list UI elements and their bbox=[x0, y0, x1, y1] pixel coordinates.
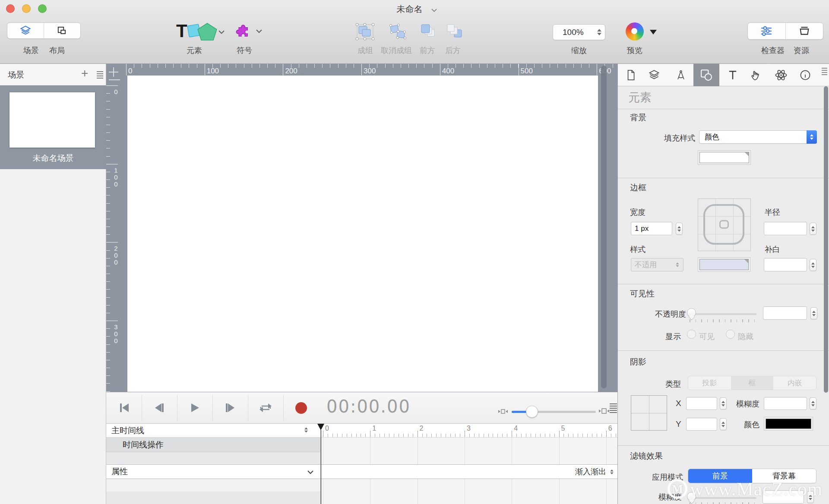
group-button[interactable] bbox=[355, 22, 375, 41]
border-color-well[interactable] bbox=[698, 257, 750, 272]
toolbar: 未命名 场景 布局 T 元素 bbox=[0, 0, 829, 64]
timeline-row-main[interactable]: 主时间线 bbox=[106, 424, 320, 438]
document-canvas[interactable] bbox=[127, 76, 598, 392]
jump-start-button[interactable] bbox=[106, 392, 142, 423]
shadow-y-input[interactable] bbox=[686, 418, 717, 431]
scene-thumbnail[interactable] bbox=[9, 92, 95, 148]
tab-document[interactable] bbox=[619, 64, 643, 86]
preview-dropdown-icon[interactable] bbox=[650, 30, 657, 35]
visible-radio[interactable] bbox=[687, 330, 696, 339]
border-style-label: 样式 bbox=[630, 244, 645, 255]
timeline-track-area[interactable]: 渐入渐出 bbox=[320, 438, 617, 504]
border-width-value: 1 px bbox=[635, 224, 649, 233]
time-display: 00:00.00 bbox=[326, 397, 411, 416]
inspector-toolbar-button[interactable] bbox=[748, 23, 785, 39]
scene-list-item[interactable]: 未命名场景 bbox=[0, 85, 106, 169]
send-back-label: 后方 bbox=[445, 45, 461, 56]
ungroup-button[interactable] bbox=[388, 22, 408, 41]
shadow-type-inset[interactable]: 内嵌 bbox=[773, 376, 816, 390]
opacity-slider[interactable] bbox=[688, 313, 756, 315]
send-back-button[interactable] bbox=[444, 22, 464, 41]
v-ruler-tick bbox=[106, 242, 118, 243]
elements-icon: T bbox=[176, 21, 219, 42]
shadow-offset-widget[interactable] bbox=[631, 395, 667, 431]
add-scene-button[interactable]: + bbox=[81, 66, 88, 80]
filter-blur-slider-thumb[interactable] bbox=[687, 492, 696, 501]
timeline-ruler-label: 6 bbox=[608, 425, 612, 432]
scene-tab-icon bbox=[648, 69, 661, 81]
timeline-zoom-out-icon[interactable] bbox=[498, 408, 508, 416]
shadow-blur-input[interactable] bbox=[764, 397, 807, 410]
step-back-button[interactable] bbox=[142, 392, 177, 423]
filter-mode-foreground[interactable]: 前景 bbox=[688, 469, 752, 483]
playhead-icon[interactable] bbox=[317, 424, 324, 430]
timeline-easing-row[interactable]: 渐入渐出 bbox=[320, 464, 617, 479]
tab-metrics[interactable] bbox=[669, 64, 693, 86]
tab-scene[interactable] bbox=[642, 64, 666, 86]
timeline-selector-stepper-icon[interactable] bbox=[304, 428, 308, 433]
padding-stepper[interactable] bbox=[810, 259, 816, 271]
border-width-stepper[interactable] bbox=[676, 223, 683, 235]
filter-blur-input[interactable] bbox=[763, 490, 804, 504]
easing-stepper-icon[interactable] bbox=[610, 469, 614, 474]
opacity-slider-thumb[interactable] bbox=[687, 308, 696, 317]
shadow-type-drop[interactable]: 投影 bbox=[688, 376, 731, 390]
filter-blur-stepper[interactable] bbox=[807, 491, 814, 503]
physics-atom-icon bbox=[775, 69, 788, 82]
title-chevron-icon[interactable] bbox=[427, 4, 433, 8]
shadow-x-input[interactable] bbox=[686, 397, 717, 410]
select-arrows-icon bbox=[807, 130, 817, 144]
loop-button[interactable] bbox=[248, 392, 283, 423]
tab-physics[interactable] bbox=[769, 64, 793, 86]
scenes-menu-icon[interactable] bbox=[97, 71, 103, 79]
shadow-color-well[interactable] bbox=[764, 417, 813, 431]
shadow-type-box[interactable]: 框 bbox=[731, 376, 774, 390]
border-sides-widget[interactable] bbox=[698, 198, 751, 251]
inspector-scrollbar[interactable] bbox=[824, 86, 828, 393]
step-forward-button[interactable] bbox=[212, 392, 248, 423]
timeline-ruler[interactable]: 0123456 bbox=[320, 424, 617, 438]
resources-toolbar-button[interactable] bbox=[786, 23, 823, 39]
shadow-blur-stepper[interactable] bbox=[810, 397, 816, 410]
border-width-input[interactable]: 1 px bbox=[631, 222, 672, 235]
play-button[interactable] bbox=[177, 392, 212, 423]
fill-style-select[interactable]: 颜色 bbox=[699, 130, 817, 144]
opacity-label: 不透明度 bbox=[618, 309, 686, 319]
opacity-stepper[interactable] bbox=[810, 307, 817, 319]
zoom-label: 缩放 bbox=[571, 45, 587, 56]
border-style-select[interactable]: 不适用 bbox=[631, 258, 683, 271]
timeline-zoom-in-icon[interactable] bbox=[598, 407, 610, 416]
tab-identity[interactable] bbox=[793, 64, 817, 86]
timeline-zoom-slider-thumb[interactable] bbox=[526, 406, 538, 418]
timeline-options-icon[interactable] bbox=[610, 403, 617, 413]
opacity-input[interactable] bbox=[763, 306, 807, 320]
h-ruler-label: 300 bbox=[364, 67, 376, 76]
properties-chevron-icon[interactable] bbox=[307, 470, 313, 474]
filter-blur-slider[interactable] bbox=[688, 497, 756, 499]
canvas-scrollbar[interactable] bbox=[601, 66, 607, 388]
timeline-row-properties[interactable]: 属性 bbox=[106, 464, 320, 479]
record-button[interactable] bbox=[283, 392, 319, 423]
preview-button[interactable] bbox=[626, 22, 660, 42]
canvas-area: 0100200300400500600 0100200300 bbox=[106, 64, 617, 392]
filter-mode-backdrop[interactable]: 背景幕 bbox=[752, 469, 816, 483]
inspector-overflow-icon[interactable] bbox=[822, 68, 827, 75]
scenes-toolbar-button[interactable] bbox=[7, 23, 44, 38]
zoom-level-control[interactable]: 100% bbox=[553, 24, 605, 40]
tab-actions[interactable] bbox=[744, 64, 768, 86]
insert-element-button[interactable]: T bbox=[176, 21, 228, 42]
svg-text:T: T bbox=[176, 21, 187, 41]
timeline-row-actions[interactable]: 时间线操作 + bbox=[106, 438, 320, 452]
tab-text[interactable] bbox=[721, 64, 745, 86]
padding-input[interactable] bbox=[764, 258, 807, 271]
border-radius-stepper[interactable] bbox=[810, 223, 816, 235]
insert-symbol-button[interactable] bbox=[234, 21, 265, 42]
hidden-radio[interactable] bbox=[726, 330, 735, 339]
border-radius-input[interactable] bbox=[764, 222, 807, 235]
zoom-stepper-icon[interactable] bbox=[597, 29, 601, 35]
tab-element[interactable] bbox=[693, 64, 719, 86]
layouts-toolbar-button[interactable] bbox=[44, 23, 80, 38]
background-color-well[interactable] bbox=[698, 150, 751, 165]
bring-front-button[interactable] bbox=[418, 22, 438, 41]
timeline-row-empty bbox=[106, 479, 320, 491]
